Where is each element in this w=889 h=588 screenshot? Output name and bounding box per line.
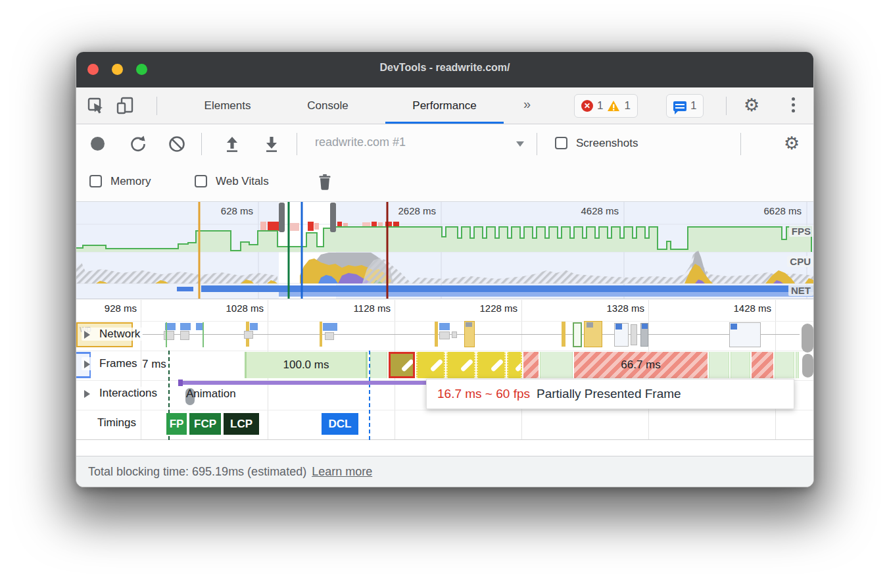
tab-elements[interactable]: Elements [181,87,274,124]
divider [740,133,741,155]
dcl-marker-line [369,351,370,440]
screenshots-checkbox[interactable] [555,137,567,149]
inspect-element-icon[interactable] [87,97,105,115]
network-request[interactable] [452,331,457,338]
network-request[interactable] [180,323,191,330]
network-request[interactable] [439,331,450,339]
frame-idle[interactable] [731,352,750,378]
ruler-tick: 1328 ms [587,303,644,314]
network-request[interactable] [631,324,637,345]
web-vitals-checkbox[interactable] [195,175,207,187]
disclosure-triangle-icon[interactable] [84,390,94,398]
timing-badge-lcp[interactable]: LCP [224,413,260,435]
frame-idle[interactable] [775,352,794,378]
trash-icon[interactable] [316,173,334,191]
network-request[interactable] [325,332,334,340]
frame-idle[interactable] [796,352,799,378]
frame-partially-presented[interactable] [477,352,506,378]
tab-performance[interactable]: Performance [385,87,504,124]
disclosure-triangle-icon[interactable] [84,360,94,368]
timeline-overview[interactable]: 628 ms 2628 ms 4628 ms 6628 ms FPS CPU N… [76,201,814,299]
ruler-tick: 1128 ms [333,303,391,314]
disclosure-triangle-icon[interactable] [84,331,94,339]
message-count: 1 [690,99,696,112]
screenshots-label: Screenshots [576,137,638,150]
network-request[interactable] [196,323,203,330]
network-request[interactable] [323,323,337,331]
overview-tick: 4628 ms [552,205,619,216]
frame-partially-presented[interactable] [507,352,522,378]
network-request [615,324,622,330]
frame-idle[interactable] [709,352,729,378]
timing-badge-fp[interactable]: FP [166,413,188,435]
devtools-tabbar: Elements Console Performance » ✕ 1 1 1 ⚙ [76,87,813,124]
frame-dropped[interactable] [752,352,773,378]
network-request[interactable] [562,322,565,347]
reload-record-icon[interactable] [129,135,147,153]
network-request[interactable] [320,322,322,347]
timings-track-label: Timings [97,416,136,429]
learn-more-link[interactable]: Learn more [312,465,372,479]
network-request[interactable] [435,322,438,347]
network-request[interactable] [180,331,189,340]
overview-chart [76,202,814,299]
track-network[interactable]: Network [82,328,143,341]
tooltip-description: Partially Presented Frame [537,387,681,401]
frame-dropped-long[interactable]: 66.7 ms [574,352,708,378]
chevron-down-icon[interactable] [516,141,524,151]
kebab-menu-icon[interactable] [792,97,795,112]
record-button[interactable] [91,137,105,151]
window-titlebar[interactable]: DevTools - readwrite.com/ [76,52,813,87]
network-request[interactable] [439,323,450,330]
selection-handle-left[interactable] [279,203,285,232]
interactions-track-label: Interactions [99,387,157,400]
timing-badge-fcp[interactable]: FCP [189,413,222,435]
devtools-window: DevTools - readwrite.com/ Elements Conso… [76,51,814,487]
network-request[interactable] [573,322,582,347]
frame-idle[interactable] [370,352,387,378]
more-tabs-button[interactable]: » [523,97,531,112]
status-bar: Total blocking time: 695.19ms (estimated… [76,456,813,487]
track-frames[interactable]: Frames [82,357,140,370]
ruler-tick: 1428 ms [713,303,771,314]
network-request[interactable] [250,323,258,330]
frame-idle[interactable] [540,352,573,378]
save-profile-icon[interactable] [262,135,281,153]
frame-tooltip: 16.7 ms ~ 60 fps Partially Presented Fra… [426,379,794,409]
scrollbar-thumb[interactable] [802,324,813,353]
clear-icon[interactable] [168,135,186,153]
load-profile-icon[interactable] [223,135,241,153]
device-toolbar-icon[interactable] [116,97,134,115]
tab-console[interactable]: Console [283,87,372,124]
error-count: 1 [597,99,603,112]
frames-track-label: Frames [99,357,137,370]
network-request[interactable] [244,331,253,339]
timing-badge-dcl[interactable]: DCL [322,413,360,435]
warning-count: 1 [624,99,630,112]
message-icon [673,101,686,111]
profile-select[interactable]: readwrite.com #1 [315,135,406,149]
network-request [166,322,167,347]
memory-checkbox[interactable] [89,175,102,187]
fps-lane-label: FPS [789,226,813,237]
frame-long[interactable]: 100.0 ms [245,352,368,378]
net-chart [177,285,814,297]
network-request [587,322,593,328]
divider [156,97,157,115]
selection-handle-right[interactable] [330,203,336,232]
frame-dropped[interactable] [523,352,539,378]
messages-badge-group[interactable]: 1 [666,94,704,118]
scrollbar-thumb[interactable] [802,354,813,378]
frame-partially-presented[interactable] [446,352,475,378]
capture-settings-gear-icon[interactable]: ⚙ [784,134,800,153]
timeline-detail[interactable]: 928 ms 1028 ms 1128 ms 1228 ms 1328 ms 1… [76,300,814,440]
issues-badge-group[interactable]: ✕ 1 1 [574,94,638,118]
selected-frame[interactable] [389,352,415,378]
error-icon: ✕ [581,100,593,112]
network-track-label: Network [99,328,140,341]
track-interactions[interactable]: Interactions [82,387,160,400]
divider [726,97,727,115]
settings-gear-icon[interactable]: ⚙ [744,96,759,114]
ruler-tick: 1228 ms [460,303,517,314]
frame-partially-presented[interactable] [416,352,445,378]
